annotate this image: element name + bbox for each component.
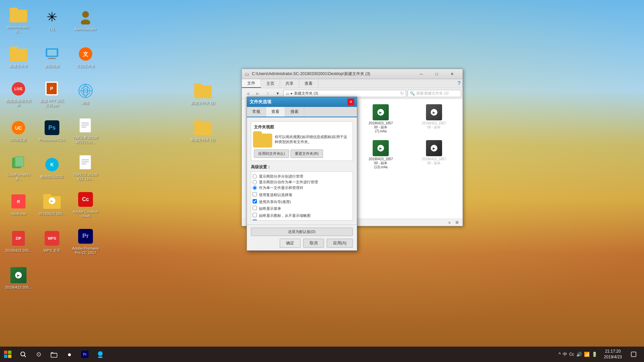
ppt-icon: P xyxy=(43,80,61,98)
ps-icon: Ps xyxy=(43,119,61,136)
desktop-icon-ps[interactable]: Ps Photoshop CS4 xyxy=(37,114,67,147)
apply-to-folder-button[interactable]: 应用到文件夹(L) xyxy=(254,149,289,158)
desktop-icon-tim-note2[interactable]: TIM记注 20190423 118... xyxy=(70,151,101,184)
checkbox-always-icon[interactable] xyxy=(253,213,257,217)
taskbar-search-button[interactable] xyxy=(15,347,31,362)
window-titlebar[interactable]: 🗂 C:\Users\Administrator.SC-201903302001… xyxy=(242,69,463,79)
radio-display-single[interactable] xyxy=(253,180,257,184)
desktop-icon-wenxin[interactable]: 文 文治文件夹 xyxy=(70,40,101,74)
desktop-icon-txl[interactable]: ✳ TXL xyxy=(37,3,67,37)
help-button[interactable]: ? xyxy=(455,79,463,88)
taskbar-cn-ime[interactable]: 中 xyxy=(563,351,567,357)
taskbar-pr-button[interactable]: Pr xyxy=(77,347,93,362)
desktop-icon-pr[interactable]: Pr Adobe Premiere Pro CC 2017 xyxy=(70,225,101,258)
desktop-icon-razoll[interactable]: R razoll.exe xyxy=(3,188,34,221)
desktop-icon-new-folder[interactable]: 新建文件夹 xyxy=(3,40,34,74)
desktop-icon-folder-media[interactable]: ▶ 20190423 185... xyxy=(37,188,67,221)
folder3-icon xyxy=(194,119,212,136)
icon-label: Adobe Premiere Pro CC 2017 xyxy=(72,246,99,255)
setting-checkbox-4: 始终显示图标，从不显示缩略图 xyxy=(253,212,351,219)
file-item-3[interactable]: ▶ 20190423_185700 - 副本(7).m4a xyxy=(356,102,406,135)
desktop-icon-computer[interactable]: 桌面电脑 xyxy=(37,40,67,74)
checkbox-mouse-tip[interactable] xyxy=(253,220,257,221)
dialog-tab-search[interactable]: 搜索 xyxy=(285,107,304,117)
checkbox-label-1: 使用复选框以选择项 xyxy=(259,192,292,198)
close-button[interactable]: ✕ xyxy=(444,69,460,79)
taskbar-adobe[interactable]: Cc xyxy=(569,352,574,357)
tab-file[interactable]: 文件 xyxy=(242,79,261,88)
taskbar-network-icon[interactable]: 📶 xyxy=(584,352,590,357)
icon-label: Adobe Creative cloud xyxy=(72,209,99,218)
checkbox-share-wizard[interactable] xyxy=(253,199,257,203)
dialog-titlebar[interactable]: 文件夹选项 ✕ xyxy=(247,97,357,107)
dialog-tab-view[interactable]: 查看 xyxy=(266,107,285,117)
taskbar-battery-icon[interactable]: 🔋 xyxy=(592,352,597,357)
settings-list: 显示两部分并分别进行管理 显示两部分但作为单一文件进行管理 作为单一文件显示和管… xyxy=(251,171,353,221)
file-item-8[interactable]: ▶ 20190423_185700 - 副本 xyxy=(409,138,460,171)
apply-button[interactable]: 应用(A) xyxy=(327,239,353,248)
file-item-7[interactable]: ▶ 20190423_185700 - 副本(13).m4a xyxy=(356,138,406,171)
reset-folder-button[interactable]: 重置文件夹(R) xyxy=(290,149,323,158)
desktop-icon-admin[interactable]: Administrator xyxy=(70,3,101,37)
svg-rect-41 xyxy=(51,353,57,357)
dialog-tab-general[interactable]: 常规 xyxy=(247,107,266,117)
media-icon: ▶ xyxy=(373,104,389,120)
checkbox-select-items[interactable] xyxy=(253,192,257,196)
desktop-icon-wps[interactable]: WPS WPS 文字 xyxy=(37,225,67,258)
checkbox-always-menu[interactable] xyxy=(253,206,257,210)
tab-home[interactable]: 主页 xyxy=(261,79,280,88)
taskbar-app-1[interactable]: ● xyxy=(62,347,77,362)
svg-text:P: P xyxy=(50,86,53,91)
taskbar-notification-button[interactable] xyxy=(626,347,641,362)
wenxin-icon: 文 xyxy=(77,45,94,63)
dialog-close-button[interactable]: ✕ xyxy=(347,99,354,105)
icon-label: 20190423 205... xyxy=(5,285,32,290)
folder2-icon xyxy=(194,82,212,100)
file-name: 20190423_185700 - 副本(13).m4a xyxy=(369,157,393,169)
desktop-icon-kugou[interactable]: K 酷狗音乐2012 xyxy=(37,151,67,184)
nav-recent-button[interactable]: ▼ xyxy=(273,89,282,98)
cancel-button[interactable]: 取消 xyxy=(303,239,324,248)
desktop-icon-folder-3[interactable]: 新建文件夹 (3) xyxy=(188,114,218,147)
desktop-icon-folder-admin[interactable]: Administrator.S... xyxy=(3,3,34,37)
maximize-button[interactable]: □ xyxy=(429,69,444,79)
desktop-icon-uc[interactable]: UC UC浏览器 xyxy=(3,114,34,147)
taskbar-icon-1[interactable]: ^ xyxy=(558,352,561,357)
taskbar-files-button[interactable] xyxy=(46,347,62,362)
radio-display-manage[interactable] xyxy=(253,186,257,190)
taskbar-clock[interactable]: 21:17:20 2019/4/23 xyxy=(601,349,625,360)
svg-rect-36 xyxy=(8,351,11,354)
desktop-icon-ppt[interactable]: P 新建 PPT 演示文稿.ppt xyxy=(37,77,67,111)
refresh-icon[interactable]: ↻ xyxy=(400,91,404,96)
desktop-icon-zip[interactable]: ZIP 20190423 205... xyxy=(3,225,34,258)
nav-up-button[interactable]: ↑ xyxy=(263,89,272,98)
svg-rect-4 xyxy=(50,57,54,58)
desktop-icon-live[interactable]: LIVE 视频直播相关软件 xyxy=(3,77,34,111)
details-view-button[interactable]: ≡ xyxy=(446,220,452,226)
tab-view[interactable]: 查看 xyxy=(299,79,318,88)
folder-icon xyxy=(10,45,27,63)
ok-button[interactable]: 确定 xyxy=(280,239,301,248)
nav-back-button[interactable]: ◀ xyxy=(243,89,252,98)
radio-display-separate[interactable] xyxy=(253,174,257,179)
search-box[interactable]: 🔍 搜索'新建文件夹 (3)' xyxy=(408,90,461,97)
taskbar-qq-button[interactable] xyxy=(93,347,108,362)
desktop-icon-adobe-cc[interactable]: Cc Adobe Creative cloud xyxy=(70,188,101,221)
start-button[interactable] xyxy=(0,347,15,362)
nav-forward-button[interactable]: ▶ xyxy=(253,89,262,98)
file-item-4[interactable]: ▶ 20190423_185700 - 副本 xyxy=(409,102,460,135)
desktop-icon-copy[interactable]: CopyFile-toRo本... xyxy=(3,151,34,184)
desktop-icon-folder-2[interactable]: 新建文件夹 (2) xyxy=(188,77,218,111)
address-bar[interactable]: 🗂 ▸ 新建文件夹 (3) ↻ xyxy=(283,90,406,97)
icon-label: 桌面电脑 xyxy=(45,64,59,68)
desktop-icon-network[interactable]: 网络 xyxy=(70,77,101,111)
taskbar-cortana-button[interactable]: ⊙ xyxy=(31,347,46,362)
taskbar-volume[interactable]: 🔊 xyxy=(576,352,582,357)
minimize-button[interactable]: ─ xyxy=(414,69,429,79)
desktop-icon-media-file[interactable]: ▶ 20190423 205... xyxy=(3,261,34,295)
tab-share[interactable]: 共享 xyxy=(280,79,299,88)
folder-view-section: 文件夹视图 你可以将此视图(如详细信息或图标)应用于这种类型的所有文件夹。 应用… xyxy=(251,121,353,161)
restore-default-button[interactable]: 还原为默认值(D) xyxy=(251,228,353,236)
desktop-icon-tim-note[interactable]: TIM记事 2019042227131... xyxy=(70,114,101,147)
large-icons-view-button[interactable]: ⊞ xyxy=(454,220,460,226)
